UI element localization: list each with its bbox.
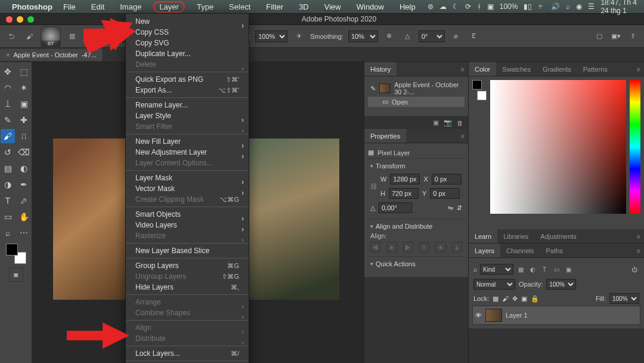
menu-item-hide-layers[interactable]: Hide Layers⌘,	[126, 282, 249, 293]
snapshot-icon[interactable]: 📷	[444, 119, 452, 127]
width-input[interactable]	[390, 174, 420, 184]
filter-pixel-icon[interactable]: ▦	[516, 264, 525, 274]
menu-item-rename-layer-[interactable]: Rename Layer...	[126, 100, 249, 110]
mini-fgbg[interactable]	[472, 80, 487, 100]
channels-tab[interactable]: Channels	[500, 244, 540, 257]
filter-toggle-icon[interactable]: ⏻	[630, 264, 639, 274]
brush-panel-icon[interactable]: ▥	[66, 30, 79, 43]
align-left-icon[interactable]: ⫷	[370, 242, 380, 253]
flow-select[interactable]: 100%	[255, 30, 287, 42]
x-input[interactable]	[432, 174, 462, 184]
menu-filter[interactable]: Filter	[262, 1, 287, 13]
move-tool[interactable]: ✥	[1, 64, 15, 79]
menu-item-quick-export-as-png[interactable]: Quick Export as PNG⇧⌘'	[126, 74, 249, 85]
panel-menu-icon[interactable]: ≡	[457, 66, 468, 73]
panel-menu-icon[interactable]: ≡	[633, 66, 644, 73]
swatches-tab[interactable]: Swatches	[496, 62, 537, 76]
menu-file[interactable]: File	[60, 1, 79, 13]
panel-menu-icon[interactable]: ≡	[457, 133, 468, 140]
flip-v-icon[interactable]: ⇵	[457, 204, 462, 212]
maximize-button[interactable]	[27, 16, 34, 23]
layer-menu-dropdown[interactable]: NewCopy CSSCopy SVGDuplicate Layer...Del…	[125, 13, 249, 363]
zoom-tool[interactable]: ⌕	[1, 226, 15, 240]
quick-actions-title[interactable]: Quick Actions	[370, 260, 462, 267]
gradient-tool[interactable]: ▤	[1, 161, 15, 176]
healing-tool[interactable]: ✚	[17, 113, 31, 127]
align-right-icon[interactable]: ⫸	[403, 242, 413, 253]
layers-panel-header[interactable]: Layers Channels Paths ≡	[469, 244, 644, 258]
arrange-icon[interactable]: ▣▾	[609, 30, 623, 43]
history-panel-header[interactable]: History ≡	[364, 62, 468, 76]
history-state[interactable]: ▭ Open	[368, 97, 465, 107]
menu-item-video-layers[interactable]: Video Layers	[126, 220, 249, 230]
smoothing-select[interactable]: 10%	[348, 30, 378, 42]
quick-select-tool[interactable]: ✶	[17, 81, 31, 95]
foreground-background-colors[interactable]	[6, 244, 26, 264]
filter-type-icon[interactable]: T	[540, 264, 549, 274]
mini-bg-swatch[interactable]	[477, 91, 487, 100]
pen-tool[interactable]: ✒	[17, 177, 31, 192]
menu-item-smart-objects[interactable]: Smart Objects	[126, 209, 249, 220]
close-button[interactable]	[6, 16, 13, 23]
hue-slider[interactable]	[630, 80, 640, 214]
home-icon[interactable]: ⮌	[5, 30, 18, 43]
history-brush-tool[interactable]: ↺	[1, 145, 15, 159]
menu-window[interactable]: Window	[353, 1, 388, 13]
hand-tool[interactable]: ✋	[17, 210, 31, 224]
menu-layer[interactable]: Layer	[153, 1, 185, 13]
chat-icon[interactable]: ☁	[439, 2, 447, 11]
gradients-tab[interactable]: Gradients	[537, 62, 577, 76]
cc-icon[interactable]: ⊚	[428, 2, 434, 11]
airbrush-icon[interactable]: ✈	[292, 30, 305, 43]
menu-item-new-adjustment-layer[interactable]: New Adjustment Layer	[126, 147, 249, 158]
panel-menu-icon[interactable]: ≡	[633, 247, 644, 254]
traffic-lights[interactable]	[0, 16, 34, 23]
layer-opacity-select[interactable]: 100%	[546, 279, 576, 290]
patterns-tab[interactable]: Patterns	[577, 62, 614, 76]
menu-item-copy-svg[interactable]: Copy SVG	[126, 38, 249, 48]
align-section-title[interactable]: Align and Distribute	[370, 223, 462, 230]
angle-select[interactable]: 0°	[419, 30, 445, 42]
menu-item-copy-css[interactable]: Copy CSS	[126, 27, 249, 38]
layer-thumbnail[interactable]	[485, 309, 502, 322]
height-input[interactable]	[389, 188, 419, 199]
sync-icon[interactable]: ⟳	[465, 2, 471, 11]
mini-fg-swatch[interactable]	[472, 80, 482, 90]
mid-panel-header[interactable]: Learn Libraries Adjustments ≡	[469, 229, 644, 244]
minimize-button[interactable]	[17, 16, 23, 23]
color-tab[interactable]: Color	[469, 62, 496, 76]
learn-tab[interactable]: Learn	[469, 229, 497, 243]
lock-all-icon[interactable]: 🔒	[531, 295, 539, 303]
menu-item-duplicate-layer-[interactable]: Duplicate Layer...	[126, 48, 249, 59]
visibility-icon[interactable]: 👁	[475, 312, 482, 319]
dodge-tool[interactable]: ◑	[1, 177, 15, 192]
bt-icon[interactable]: ᚼ	[477, 2, 481, 11]
delete-state-icon[interactable]: 🗑	[457, 119, 463, 127]
layer-name[interactable]: Layer 1	[506, 312, 528, 319]
menu-item-new-layer-based-slice[interactable]: New Layer Based Slice	[126, 245, 249, 256]
search-icon[interactable]: ⌕	[473, 266, 478, 273]
workspace-icon[interactable]: ▢	[593, 30, 606, 43]
shape-tool[interactable]: ▭	[1, 210, 15, 224]
blend-mode-select[interactable]: Normal	[473, 279, 515, 290]
eyedropper-tool[interactable]: ✎	[1, 113, 15, 127]
app-name[interactable]: Photoshop	[12, 2, 52, 11]
share-icon[interactable]: ⇪	[626, 30, 639, 43]
align-bottom-icon[interactable]: ⫰	[452, 242, 462, 253]
menu-item-new-fill-layer[interactable]: New Fill Layer	[126, 136, 249, 147]
history-source[interactable]: ✎ Apple Event - October 30 2-...	[368, 80, 465, 97]
filter-smart-icon[interactable]: ▣	[564, 264, 573, 274]
vol-icon[interactable]: 🔊	[551, 2, 560, 11]
brush-tool[interactable]: 🖌	[1, 129, 15, 143]
color-panel-header[interactable]: Color Swatches Gradients Patterns ≡	[469, 62, 644, 76]
menu-select[interactable]: Select	[225, 1, 254, 13]
path-select-tool[interactable]: ⬀	[17, 193, 31, 208]
symmetry-icon[interactable]: Ƹ	[467, 30, 481, 43]
filter-kind-select[interactable]: Kind	[480, 264, 513, 275]
flip-h-icon[interactable]: ⇋	[448, 204, 453, 212]
brush-preview[interactable]	[41, 26, 61, 47]
layers-tab[interactable]: Layers	[469, 244, 500, 257]
quickmask-toggle[interactable]: ◙	[9, 267, 23, 282]
foreground-swatch[interactable]	[6, 244, 18, 256]
transform-section-title[interactable]: Transform	[370, 162, 462, 170]
